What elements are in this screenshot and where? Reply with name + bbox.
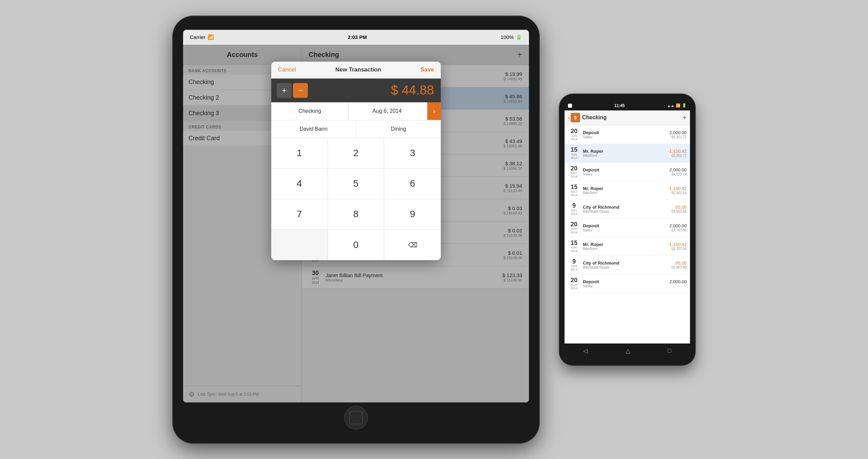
phone-tx-info: Deposit Salary	[583, 223, 667, 232]
phone-date: 9 MAY 2014	[568, 203, 580, 215]
modal-fields: Checking Aug 6, 2014 ›	[271, 102, 441, 120]
phone-tx-amounts: -55.00 62,857.98	[672, 260, 687, 269]
key-1[interactable]: 1	[271, 138, 328, 169]
status-time: 2:03 PM	[348, 34, 367, 40]
phone-device: 11:45 ▲▲ 📶 🔋 ‹ $ Checking + 20	[559, 94, 695, 365]
key-4[interactable]: 4	[271, 169, 328, 199]
phone-tx-info: City of Richmond Bills/Water/Sewer	[583, 205, 669, 213]
phone-date: 20 JUN 2014	[568, 128, 580, 141]
key-6[interactable]: 6	[384, 169, 441, 199]
key-5[interactable]: 5	[328, 169, 384, 199]
list-item[interactable]: 15 JUN 2014 Mr. Roper Bills/Rent -1,150.…	[565, 144, 690, 163]
recents-button[interactable]: □	[668, 347, 671, 354]
amount-display: $ 44.88	[313, 83, 441, 98]
phone-tx-info: Deposit Salary	[583, 130, 667, 139]
key-2[interactable]: 2	[328, 138, 384, 169]
list-item[interactable]: 20 MAY 2014 Deposit Salary 2,000.00 64,5…	[565, 163, 690, 181]
phone-status-left	[568, 104, 572, 108]
phone-transaction-list: 20 JUN 2014 Deposit Salary 2,000.00 65,3…	[565, 125, 690, 343]
wifi-icon: 📶	[208, 34, 214, 40]
phone-tx-amounts: 2,000.00 63,707.56	[669, 223, 687, 232]
phone-app-icon: $	[571, 113, 580, 122]
phone-add-button[interactable]: +	[683, 114, 687, 122]
key-9[interactable]: 9	[384, 199, 441, 230]
phone-date: 9 APR 2014	[568, 258, 580, 271]
battery-icon: 🔋	[516, 34, 522, 40]
tablet-home-button[interactable]	[344, 406, 368, 430]
payee-field[interactable]: David Bann	[271, 120, 356, 138]
minus-toggle-button[interactable]: −	[293, 83, 308, 98]
account-field[interactable]: Checking	[271, 102, 349, 120]
battery-pct: 100%	[501, 34, 514, 40]
list-item[interactable]: 20 JUN 2014 Deposit Salary 2,000.00 65,3…	[565, 125, 690, 144]
tablet-device: Carrier 📶 2:03 PM 100% 🔋 Accounts BANK A…	[173, 16, 539, 443]
home-button[interactable]: △	[626, 347, 630, 355]
phone-date: 20 MAR 2014	[568, 277, 580, 290]
modal-title: New Transaction	[335, 66, 381, 73]
list-item[interactable]: 20 APR 2014 Deposit Salary 2,000.00 63,7…	[565, 218, 690, 237]
key-8[interactable]: 8	[328, 199, 384, 230]
save-button[interactable]: Save	[420, 66, 434, 73]
list-item[interactable]: 15 MAY 2014 Mr. Roper Bills/Rent -1,150.…	[565, 181, 690, 200]
status-left: Carrier 📶	[190, 34, 214, 40]
phone-tx-info: Deposit Salary	[583, 279, 667, 288]
modal-overlay: Cancel New Transaction Save + − $ 44.88	[183, 45, 529, 402]
modal-header: Cancel New Transaction Save	[271, 62, 441, 79]
phone-screen: 11:45 ▲▲ 📶 🔋 ‹ $ Checking + 20	[565, 101, 690, 358]
key-3[interactable]: 3	[384, 138, 441, 169]
list-item[interactable]: 20 MAR 2014 Deposit Salary 2,000.00 ···	[565, 274, 690, 293]
phone-back-button[interactable]: ‹ $	[568, 113, 580, 122]
phone-tx-info: City of Richmond Bills/Water/Sewer	[583, 260, 669, 269]
android-sq-icon	[568, 104, 572, 108]
phone-tx-info: Mr. Roper Bills/Rent	[583, 242, 665, 251]
key-7[interactable]: 7	[271, 199, 328, 230]
phone-tx-info: Mr. Roper Bills/Rent	[583, 149, 665, 158]
carrier-label: Carrier	[190, 34, 205, 40]
key-empty	[271, 230, 328, 260]
phone-tx-amounts: 2,000.00 ···	[669, 279, 687, 288]
phone-tx-info: Mr. Roper Bills/Rent	[583, 186, 665, 195]
back-button[interactable]: ◁	[583, 347, 588, 355]
tablet-home-inner	[349, 411, 363, 424]
phone-tx-amounts: 2,000.00 64,502.14	[669, 167, 687, 176]
toggle-buttons: + −	[271, 83, 313, 98]
phone-tx-amounts: 2,000.00 65,351.72	[669, 130, 687, 139]
phone-bottom-bar: ◁ △ □	[565, 343, 690, 358]
phone-wifi-icon: 📶	[676, 103, 680, 108]
phone-status-bar: 11:45 ▲▲ 📶 🔋	[565, 101, 690, 110]
numpad: 1 2 3 4 5 6 7 8 9 0 ⌫	[271, 138, 441, 260]
key-0[interactable]: 0	[328, 230, 384, 260]
phone-signal-icon: ▲▲	[667, 104, 674, 108]
phone-date: 15 MAY 2014	[568, 184, 580, 197]
category-field[interactable]: Dining	[356, 120, 441, 138]
ios-status-bar: Carrier 📶 2:03 PM 100% 🔋	[183, 30, 529, 45]
plus-toggle-button[interactable]: +	[277, 83, 292, 98]
key-backspace[interactable]: ⌫	[384, 230, 441, 260]
phone-date: 15 JUN 2014	[568, 147, 580, 160]
phone-tx-amounts: -55.00 63,652.56	[672, 205, 687, 213]
phone-tx-amounts: -1,150.42 63,351.72	[668, 149, 687, 158]
list-item[interactable]: 15 APR 2014 Mr. Roper Bills/Rent -1,150.…	[565, 237, 690, 256]
next-arrow[interactable]: ›	[427, 102, 441, 120]
modal-fields-2: David Bann Dining	[271, 120, 441, 138]
cancel-button[interactable]: Cancel	[278, 66, 296, 73]
status-right: 100% 🔋	[501, 34, 522, 40]
back-chevron-icon: ‹	[568, 114, 570, 121]
phone-date: 20 MAY 2014	[568, 165, 580, 178]
phone-battery-icon: 🔋	[682, 103, 687, 108]
phone-date: 20 APR 2014	[568, 221, 580, 234]
phone-time: 11:45	[614, 103, 625, 108]
list-item[interactable]: 9 MAY 2014 City of Richmond Bills/Water/…	[565, 200, 690, 218]
phone-date: 15 APR 2014	[568, 240, 580, 253]
phone-tx-info: Deposit Salary	[583, 167, 667, 176]
phone-header-title: Checking	[582, 114, 680, 121]
tablet-main: Accounts BANK ACCOUNTS Checking $ 149...…	[183, 45, 529, 402]
phone-tx-amounts: -1,150.42 62,502.14	[668, 186, 687, 195]
list-item[interactable]: 9 APR 2014 City of Richmond Bills/Water/…	[565, 256, 690, 274]
phone-tx-amounts: -1,150.42 61,707.56	[668, 242, 687, 251]
phone-header: ‹ $ Checking +	[565, 110, 690, 125]
phone-status-right: ▲▲ 📶 🔋	[667, 103, 687, 108]
tablet-screen: Carrier 📶 2:03 PM 100% 🔋 Accounts BANK A…	[183, 30, 529, 402]
new-transaction-modal: Cancel New Transaction Save + − $ 44.88	[271, 62, 441, 260]
amount-row: + − $ 44.88	[271, 79, 441, 102]
